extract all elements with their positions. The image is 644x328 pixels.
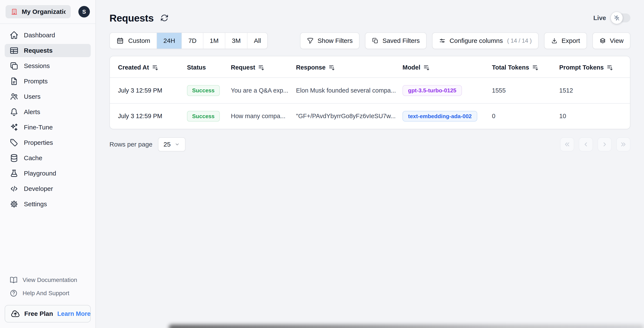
saved-filters-button[interactable]: Saved Filters	[365, 32, 426, 49]
user-avatar[interactable]: S	[78, 6, 90, 18]
column-header-prompt-tokens[interactable]: Prompt Tokens	[559, 56, 630, 78]
learn-more-link[interactable]: Learn More	[57, 310, 90, 317]
sidebar-item-label: Playground	[24, 170, 56, 177]
toolbar: Custom24H7D1M3MAll Show Filters Saved Fi…	[110, 32, 630, 49]
view-documentation-link[interactable]: View Documentation	[5, 273, 91, 287]
time-range-selector: Custom24H7D1M3MAll	[110, 32, 268, 49]
table-cells-icon	[9, 46, 19, 55]
sidebar-footer-links: View DocumentationHelp And Support	[5, 273, 91, 300]
sidebar-item-label: Sessions	[24, 62, 50, 70]
column-header-model[interactable]: Model	[402, 56, 492, 78]
sidebar: My Organizatio... S DashboardRequestsSes…	[0, 0, 96, 328]
sidebar-item-requests[interactable]: Requests	[5, 44, 91, 57]
sidebar-nav: DashboardRequestsSessionsPromptsUsersAle…	[0, 24, 96, 215]
org-selector[interactable]: My Organizatio...	[6, 5, 71, 18]
bars-arrow-down-icon	[328, 64, 335, 71]
time-range-label: Custom	[128, 37, 150, 44]
sidebar-item-sessions[interactable]: Sessions	[5, 59, 91, 73]
cell-response: "GF+/PAvdYbyrrGo8yFz6vIeSU7w...	[296, 103, 402, 129]
sidebar-item-prompts[interactable]: Prompts	[5, 75, 91, 88]
chevrons-left-icon	[564, 141, 570, 147]
time-range-1m[interactable]: 1M	[204, 33, 226, 49]
column-header-label: Total Tokens	[492, 64, 529, 71]
sidebar-item-label: Settings	[24, 201, 47, 208]
cell-status: Success	[187, 78, 231, 103]
cell-prompt-tokens: 10	[559, 103, 630, 129]
previous-page-button[interactable]	[579, 137, 593, 151]
rows-per-page-label: Rows per page	[110, 141, 152, 148]
square-3-stack-icon	[599, 37, 606, 44]
configure-columns-count: ( 14 / 14 )	[507, 38, 532, 44]
sidebar-item-label: Cache	[24, 154, 42, 162]
page-title: Requests	[110, 12, 154, 24]
sidebar-item-fine-tune[interactable]: Fine-Tune	[5, 121, 91, 134]
sidebar-item-developer[interactable]: Developer	[5, 182, 91, 195]
column-header-request[interactable]: Request	[231, 56, 296, 78]
footer-link-label: Help And Support	[22, 290, 70, 297]
time-range-label: All	[254, 37, 261, 44]
model-badge: gpt-3.5-turbo-0125	[402, 85, 462, 96]
column-header-total-tokens[interactable]: Total Tokens	[492, 56, 559, 78]
column-header-created-at[interactable]: Created At	[110, 56, 187, 78]
time-range-3m[interactable]: 3M	[225, 33, 248, 49]
table-row[interactable]: July 3 12:59 PMSuccessHow many compa..."…	[110, 103, 630, 129]
column-header-label: Response	[296, 64, 326, 71]
sidebar-item-label: Users	[24, 93, 40, 100]
sidebar-item-alerts[interactable]: Alerts	[5, 105, 91, 119]
time-range-custom[interactable]: Custom	[110, 33, 157, 49]
pagination: Rows per page 25	[110, 137, 630, 151]
refresh-button[interactable]	[160, 14, 169, 22]
sidebar-item-settings[interactable]: Settings	[5, 198, 91, 211]
sidebar-header: My Organizatio... S	[0, 0, 96, 24]
table-row[interactable]: July 3 12:59 PMSuccessYou are a Q&A exp.…	[110, 78, 630, 103]
plan-banner[interactable]: Free Plan Learn More	[5, 305, 91, 322]
cell-model: gpt-3.5-turbo-0125	[402, 78, 492, 103]
sidebar-item-users[interactable]: Users	[5, 90, 91, 103]
time-range-7d[interactable]: 7D	[182, 33, 203, 49]
bolt-slash-icon	[614, 15, 620, 21]
cell-request: How many compa...	[231, 103, 296, 129]
cell-model: text-embedding-ada-002	[402, 103, 492, 129]
time-range-label: 24H	[163, 37, 175, 44]
funnel-icon	[307, 37, 314, 44]
live-toggle-knob	[611, 12, 623, 24]
sidebar-item-label: Prompts	[24, 78, 48, 85]
question-circle-icon	[9, 289, 18, 297]
first-page-button[interactable]	[560, 137, 574, 151]
sidebar-item-properties[interactable]: Properties	[5, 136, 91, 149]
sidebar-item-dashboard[interactable]: Dashboard	[5, 29, 91, 42]
configure-columns-button[interactable]: Configure columns ( 14 / 14 )	[432, 32, 538, 49]
rows-per-page-select[interactable]: 25	[158, 137, 186, 151]
time-range-label: 7D	[188, 37, 196, 44]
cell-request: You are a Q&A exp...	[231, 78, 296, 103]
cell-prompt-tokens: 1512	[559, 78, 630, 103]
column-header-response[interactable]: Response	[296, 56, 402, 78]
arrow-path-icon	[160, 14, 169, 22]
view-button[interactable]: View	[592, 32, 630, 49]
sparkles-icon	[9, 123, 19, 132]
beaker-icon	[9, 169, 19, 178]
time-range-all[interactable]: All	[248, 33, 267, 49]
main-content: Requests Live Custom24H7D1M3MAll Show Fi…	[96, 0, 644, 328]
time-range-24h[interactable]: 24H	[157, 33, 182, 49]
show-filters-button[interactable]: Show Filters	[300, 32, 360, 49]
live-label: Live	[593, 14, 606, 22]
calendar-icon	[116, 37, 124, 45]
arrow-down-tray-icon	[551, 37, 558, 44]
book-open-icon	[9, 276, 18, 284]
status-badge: Success	[187, 111, 220, 122]
cell-created-at: July 3 12:59 PM	[110, 78, 187, 103]
requests-table-card: Created AtStatusRequestResponseModelTota…	[110, 56, 630, 129]
building-icon	[11, 8, 18, 15]
export-button[interactable]: Export	[544, 32, 587, 49]
last-page-button[interactable]	[616, 137, 630, 151]
requests-table-header-row: Created AtStatusRequestResponseModelTota…	[110, 56, 630, 78]
bars-arrow-down-icon	[532, 64, 538, 71]
sidebar-item-playground[interactable]: Playground	[5, 167, 91, 180]
live-toggle[interactable]	[612, 14, 630, 22]
next-page-button[interactable]	[598, 137, 612, 151]
chevron-right-icon	[602, 141, 608, 147]
help-and-support-link[interactable]: Help And Support	[5, 287, 91, 300]
sidebar-item-cache[interactable]: Cache	[5, 151, 91, 165]
tag-icon	[9, 138, 19, 147]
